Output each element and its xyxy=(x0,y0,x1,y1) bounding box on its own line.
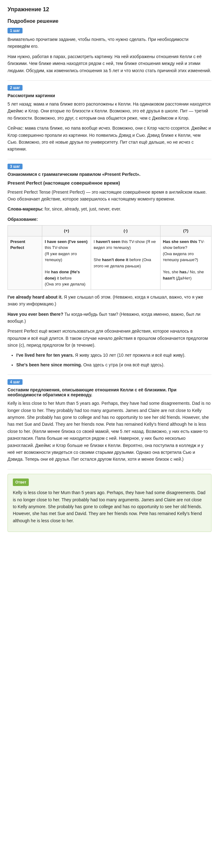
step-2-block: 2 шаг Рассмотрим картинки 5 лет назад: м… xyxy=(7,85,212,153)
step-3-block: 3 шаг Ознакомимся с грамматическим прави… xyxy=(7,164,212,369)
table-header-negative: (-) xyxy=(91,225,160,237)
grammar-example1: I've already heard about it. Я уже слыша… xyxy=(7,293,212,308)
table-cell-positive: I have seen (I've seen) this TV-show (Я … xyxy=(42,236,91,289)
step-1-block: 1 шаг Внимательно прочитаем задание, что… xyxy=(7,28,212,74)
grammar-bullet-2: She's been here since morning. Она здесь… xyxy=(16,361,212,368)
grammar-definition: Present Perfect Tense (Present Perfect) … xyxy=(7,189,212,203)
grammar-tense-title: Present Perfect (настоящее совершённое в… xyxy=(7,179,212,187)
answer-box: Ответ Kelly is less close to her Mum tha… xyxy=(7,474,212,532)
step-4-block: 4 шаг Составим предложения, описывающие … xyxy=(7,379,212,463)
answer-label: Ответ xyxy=(13,478,29,486)
step-2-title: Рассмотрим картинки xyxy=(7,93,212,98)
step-2-text2: Сейчас: мама стала ближе, но папа вообще… xyxy=(7,125,212,153)
table-header-positive: (+) xyxy=(42,225,91,237)
markers-text: for, since, already, yet, just, never, e… xyxy=(45,207,121,212)
step-1-label: 1 шаг xyxy=(7,28,23,33)
table-cell-negative: I haven't seen this TV-show (Я не видел … xyxy=(91,236,160,289)
step-4-content: Kelly is less close to her Mum than 5 ye… xyxy=(7,400,212,463)
grammar-extra: Present Perfect ещё может использоваться… xyxy=(7,328,212,348)
table-cell-question: Has she seen this TV-show before? (Она в… xyxy=(160,236,211,289)
answer-text: Kelly is less close to her Mum than 5 ye… xyxy=(13,489,206,524)
step-1-text2: Нам нужно, работая в парах, рассмотреть … xyxy=(7,53,212,74)
tense-table: (+) (-) (?) Present Perfect I have seen … xyxy=(7,225,212,290)
step-4-label: 4 шаг xyxy=(7,379,23,385)
grammar-example2: Have you ever been there? Ты когда-нибуд… xyxy=(7,311,212,325)
step-4-title: Составим предложения, описывающие отноше… xyxy=(7,387,212,397)
solution-header: Подробное решение xyxy=(7,19,212,24)
table-header-question: (?) xyxy=(160,225,211,237)
table-row: Present Perfect I have seen (I've seen) … xyxy=(8,236,212,289)
step-3-title: Ознакомимся с грамматическим правилом «P… xyxy=(7,172,212,177)
grammar-bullet-1: I've lived here for ten years. Я живу зд… xyxy=(16,352,212,359)
page-title: Упражнение 12 xyxy=(7,6,212,13)
step-3-label: 3 шаг xyxy=(7,164,23,169)
step-1-text1: Внимательно прочитаем задание, чтобы пон… xyxy=(7,36,212,50)
table-header-empty xyxy=(8,225,42,237)
step-2-label: 2 шаг xyxy=(7,85,23,91)
markers-label: Слова-маркеры: xyxy=(7,207,44,212)
step-2-text1: 5 лет назад: мама и папа ближе всего рас… xyxy=(7,100,212,122)
grammar-bullets-list: I've lived here for ten years. Я живу зд… xyxy=(7,352,212,368)
grammar-markers: Слова-маркеры: for, since, already, yet,… xyxy=(7,206,212,212)
table-cell-label: Present Perfect xyxy=(8,236,42,289)
formation-label: Образование: xyxy=(7,216,212,223)
